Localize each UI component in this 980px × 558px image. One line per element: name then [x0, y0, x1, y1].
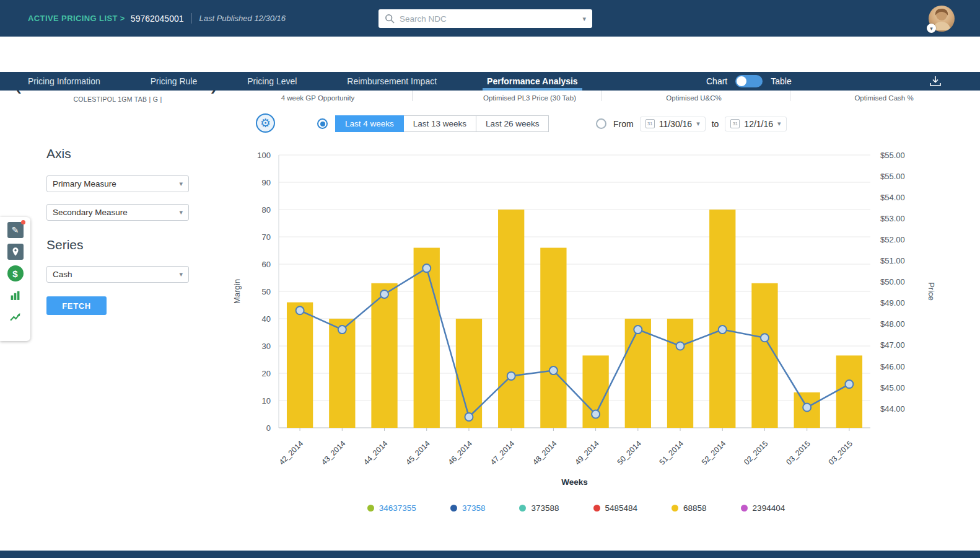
chart-table-toggle[interactable]: [735, 75, 763, 87]
svg-text:$55.00: $55.00: [880, 151, 905, 160]
tab-reimbursement-impact[interactable]: Reimbursement Impact: [347, 72, 437, 91]
primary-measure-dropdown[interactable]: Primary Measure ▾: [46, 175, 189, 192]
svg-text:$48.00: $48.00: [880, 319, 905, 329]
legend-label: 2394404: [753, 503, 785, 513]
period-option-last-26-weeks[interactable]: Last 26 weeks: [476, 115, 549, 132]
stats-bar: ‹ 59762045001 COLESTIPOL 1GM TAB | G | ›…: [0, 37, 980, 72]
svg-text:80: 80: [262, 205, 271, 215]
svg-text:Price: Price: [927, 282, 936, 301]
search-input[interactable]: [400, 14, 577, 24]
bar-chart-icon: [10, 290, 20, 301]
stat-label: Optimised U&C%: [611, 94, 776, 102]
svg-text:43_2014: 43_2014: [320, 439, 347, 466]
dollar-icon: $: [12, 268, 17, 279]
tab-pricing-level[interactable]: Pricing Level: [247, 72, 297, 91]
dollar-tool-button[interactable]: $: [7, 265, 24, 281]
to-date-picker[interactable]: 31 12/1/16 ▾: [725, 117, 786, 131]
download-button[interactable]: [929, 72, 942, 91]
tabs: Pricing Information Pricing Rule Pricing…: [28, 72, 628, 91]
primary-measure-value: Primary Measure: [53, 179, 116, 188]
series-value: Cash: [53, 270, 72, 279]
chart-svg: 010203040506070809010042_201443_201444_2…: [232, 148, 957, 532]
from-date-picker[interactable]: 31 11/30/16 ▾: [640, 117, 706, 131]
svg-text:50_2014: 50_2014: [616, 439, 643, 466]
svg-text:47_2014: 47_2014: [489, 439, 516, 466]
avatar-chevron-down-icon[interactable]: ▾: [927, 24, 936, 33]
legend-label: 34637355: [379, 503, 416, 513]
legend-item[interactable]: 34637355: [367, 503, 416, 513]
toggle-knob: [737, 76, 746, 86]
legend-item[interactable]: 68858: [672, 503, 707, 513]
tab-pricing-information[interactable]: Pricing Information: [28, 72, 100, 91]
chevron-down-icon: ▾: [179, 208, 183, 216]
table-toggle-label[interactable]: Table: [771, 76, 791, 86]
chart-toggle-label[interactable]: Chart: [706, 76, 727, 86]
svg-text:Margin: Margin: [232, 279, 242, 304]
series-heading: Series: [46, 237, 84, 252]
search-icon: [385, 14, 395, 24]
chevron-down-icon: ▾: [179, 270, 183, 278]
custom-range-radio[interactable]: [596, 118, 606, 129]
to-label: to: [712, 119, 719, 129]
edit-tool-button[interactable]: ✎: [7, 222, 24, 238]
preset-period-radio[interactable]: [317, 118, 328, 129]
series-dropdown[interactable]: Cash ▾: [46, 266, 189, 283]
legend-item[interactable]: 5485484: [593, 503, 638, 513]
stat-label: Optimised Cash %: [802, 94, 966, 102]
legend-label: 373588: [531, 503, 559, 513]
gear-icon: ⚙: [260, 116, 271, 130]
period-option-last-4-weeks[interactable]: Last 4 weeks: [335, 115, 404, 132]
secondary-measure-value: Secondary Measure: [53, 208, 128, 217]
trend-line-tool-button[interactable]: [7, 309, 24, 325]
search-chevron-down-icon[interactable]: ▾: [582, 15, 586, 23]
period-option-last-13-weeks[interactable]: Last 13 weeks: [404, 115, 476, 132]
bar-chart-tool-button[interactable]: [7, 287, 24, 303]
period-segmented-control: Last 4 weeksLast 13 weeksLast 26 weeks: [335, 115, 549, 132]
legend-item[interactable]: 2394404: [741, 503, 785, 513]
chart-table-view-toggle: Chart Table: [706, 72, 792, 91]
left-toolbox: ✎ $: [0, 217, 30, 341]
calendar-icon: 31: [645, 119, 655, 128]
location-pin-icon: [11, 247, 20, 257]
chevron-down-icon: ▾: [777, 120, 781, 128]
svg-text:51_2014: 51_2014: [658, 439, 685, 466]
svg-text:60: 60: [262, 260, 271, 269]
tab-pricing-rule[interactable]: Pricing Rule: [151, 72, 197, 91]
secondary-measure-dropdown[interactable]: Secondary Measure ▾: [46, 204, 189, 221]
svg-text:30: 30: [262, 342, 271, 351]
stat-label: 4 week GP Opportunity: [235, 94, 400, 102]
last-published-text: Last Published 12/30/16: [199, 14, 286, 23]
location-tool-button[interactable]: [7, 244, 24, 260]
tab-performance-analysis[interactable]: Performance Analysis: [487, 72, 578, 91]
svg-text:$53.00: $53.00: [880, 214, 905, 223]
svg-text:$45.00: $45.00: [880, 383, 905, 392]
fetch-button[interactable]: FETCH: [46, 296, 107, 315]
svg-text:0: 0: [266, 423, 271, 433]
to-date-value: 12/1/16: [744, 119, 773, 129]
chart-settings-button[interactable]: ⚙: [256, 113, 275, 133]
svg-text:$44.00: $44.00: [880, 404, 905, 414]
chevron-down-icon: ▾: [179, 180, 183, 188]
user-avatar[interactable]: ▾: [929, 6, 955, 32]
notification-dot: [21, 220, 25, 224]
legend-dot-icon: [519, 505, 526, 512]
svg-text:45_2014: 45_2014: [405, 439, 432, 466]
legend-item[interactable]: 373588: [519, 503, 559, 513]
chevron-down-icon: ▾: [696, 120, 700, 128]
svg-text:52_2014: 52_2014: [700, 439, 727, 466]
svg-text:$55.00: $55.00: [880, 172, 905, 181]
performance-chart: 010203040506070809010042_201443_201444_2…: [232, 148, 957, 532]
svg-text:$46.00: $46.00: [880, 362, 905, 371]
svg-text:$52.00: $52.00: [880, 235, 905, 244]
svg-text:46_2014: 46_2014: [447, 439, 474, 466]
breadcrumb-ndc: 59762045001: [131, 14, 184, 24]
svg-text:03_2015: 03_2015: [784, 439, 812, 466]
svg-text:70: 70: [262, 232, 271, 242]
svg-text:$51.00: $51.00: [880, 256, 905, 265]
legend-item[interactable]: 37358: [450, 503, 486, 513]
active-pricing-list-link[interactable]: ACTIVE PRICING LIST >: [28, 14, 125, 23]
trend-line-icon: [10, 312, 20, 322]
top-bar: ACTIVE PRICING LIST > 59762045001 Last P…: [0, 0, 980, 37]
app-root: ACTIVE PRICING LIST > 59762045001 Last P…: [0, 0, 980, 558]
svg-text:20: 20: [262, 369, 271, 378]
